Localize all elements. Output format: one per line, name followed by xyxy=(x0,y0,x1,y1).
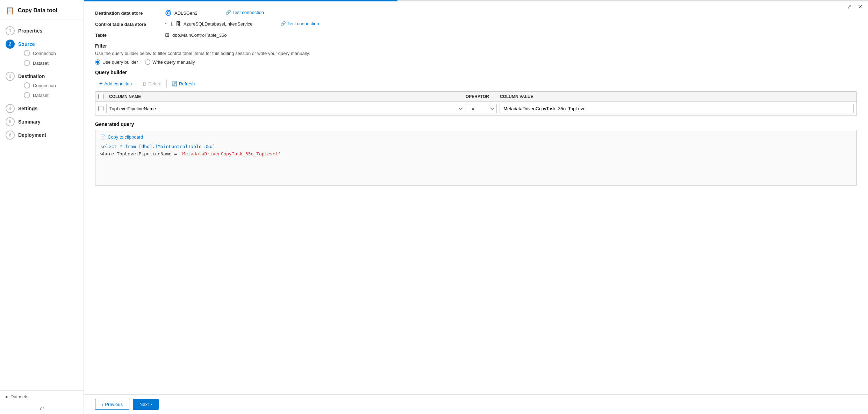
sub-circle-conn-dest xyxy=(24,82,30,89)
radio-use-query-builder[interactable]: Use query builder xyxy=(95,59,138,65)
close-button[interactable]: ✕ xyxy=(856,3,864,11)
add-condition-button[interactable]: + Add condition xyxy=(95,79,136,89)
next-arrow-icon: › xyxy=(151,402,152,407)
toolbar-divider-2 xyxy=(166,80,167,87)
step-1-circle: 1 xyxy=(6,26,15,35)
expand-button[interactable]: ⤢ xyxy=(846,3,853,11)
control-table-value: * ℹ 🗄 AzureSQLDatabaseLinkedService xyxy=(165,21,252,27)
step-6-circle: 6 xyxy=(6,131,15,140)
query-builder-table: COLUMN NAME OPERATOR COLUMN VALUE TopLev… xyxy=(95,91,857,116)
link-icon-2: 🔗 xyxy=(280,21,286,26)
sidebar-title: Copy Data tool xyxy=(18,7,57,14)
datasets-label: Datasets xyxy=(10,394,28,399)
refresh-icon: 🔄 xyxy=(172,81,177,86)
copy-clipboard-button[interactable]: 📄 Copy to clipboard xyxy=(100,134,143,140)
col-op-header: OPERATOR xyxy=(466,94,497,99)
copy-data-icon: 📋 xyxy=(6,6,14,15)
sub-circle-connection xyxy=(24,50,30,56)
add-icon: + xyxy=(99,80,102,87)
qb-toolbar: + Add condition 🗑 Delete 🔄 Refresh xyxy=(95,79,857,89)
step-5-circle: 5 xyxy=(6,117,15,126)
table-label: Table xyxy=(95,32,165,38)
filter-section: Filter Use the query builder below to fi… xyxy=(95,43,857,65)
step-2-circle: 2 xyxy=(6,40,15,49)
sub-step-connection-dest[interactable]: Connection xyxy=(24,81,56,90)
step-3-label: Destination xyxy=(18,73,45,79)
qb-table-row: TopLevelPipelineName = xyxy=(95,101,856,115)
next-button[interactable]: Next › xyxy=(133,399,159,410)
column-value-input[interactable] xyxy=(500,104,854,113)
delete-button[interactable]: 🗑 Delete xyxy=(138,79,166,88)
radio-query-builder-input[interactable] xyxy=(95,59,100,65)
step-1-label: Properties xyxy=(18,28,42,34)
control-table-label: Control table data store xyxy=(95,21,165,27)
step-4-label: Settings xyxy=(18,106,37,111)
col-name-header: COLUMN NAME xyxy=(109,94,463,99)
sql-value: AzureSQLDatabaseLinkedService xyxy=(184,21,252,27)
main-content: Destination data store 🌀 ADLSGen2 🔗 Test… xyxy=(84,1,868,394)
source-sub-steps: Connection Dataset xyxy=(6,49,56,68)
radio-write-manually-input[interactable] xyxy=(145,59,150,65)
sub-circle-dataset xyxy=(24,60,30,66)
test-connection-2[interactable]: 🔗 Test connection xyxy=(280,21,319,26)
step-4-circle: 4 xyxy=(6,104,15,113)
sidebar-datasets[interactable]: ▶ Datasets xyxy=(0,390,84,403)
generated-query-box: 📄 Copy to clipboard select * from [dbo].… xyxy=(95,130,857,186)
filter-title: Filter xyxy=(95,43,857,49)
datasets-count: 77 xyxy=(0,403,84,414)
sub-step-connection-source[interactable]: Connection xyxy=(24,49,56,58)
info-icon: ℹ xyxy=(171,21,173,27)
next-label: Next xyxy=(139,402,149,407)
copy-clipboard-label: Copy to clipboard xyxy=(108,134,143,140)
destination-data-store-row: Destination data store 🌀 ADLSGen2 🔗 Test… xyxy=(95,10,857,16)
operator-select[interactable]: = xyxy=(469,104,497,113)
sidebar-item-properties[interactable]: 1 Properties xyxy=(0,24,84,37)
step-5-label: Summary xyxy=(18,119,41,125)
toolbar-divider-1 xyxy=(137,80,137,87)
sidebar: 📋 Copy Data tool 1 Properties 2 Source C… xyxy=(0,0,84,414)
row-checkbox[interactable] xyxy=(98,106,103,111)
refresh-button[interactable]: 🔄 Refresh xyxy=(167,79,199,88)
required-star: * xyxy=(165,21,167,27)
sidebar-nav: 1 Properties 2 Source Connection Dataset xyxy=(0,20,84,390)
qb-table-header: COLUMN NAME OPERATOR COLUMN VALUE xyxy=(95,92,856,101)
trash-icon: 🗑 xyxy=(142,81,146,86)
main-panel: ⤢ ✕ Destination data store 🌀 ADLSGen2 🔗 … xyxy=(84,0,868,414)
sub-step-dataset-dest[interactable]: Dataset xyxy=(24,91,56,100)
sidebar-item-source[interactable]: 2 Source Connection Dataset xyxy=(0,37,84,70)
generated-query-section: Generated query 📄 Copy to clipboard sele… xyxy=(95,121,857,186)
step-2-label: Source xyxy=(18,41,35,47)
table-value: ⊞ dbo.MainControlTable_35o xyxy=(165,32,227,38)
previous-button[interactable]: ‹ Previous xyxy=(95,399,129,410)
query-line2-red: 'MetadataDrivenCopyTask_35o_TopLevel' xyxy=(180,151,281,156)
previous-label: Previous xyxy=(105,402,123,407)
query-line-2: where TopLevelPipelineName = 'MetadataDr… xyxy=(100,150,852,158)
col-val-header: COLUMN VALUE xyxy=(500,94,854,99)
sidebar-item-settings[interactable]: 4 Settings xyxy=(0,102,84,115)
control-table-row: Control table data store * ℹ 🗄 AzureSQLD… xyxy=(95,21,857,27)
column-name-select[interactable]: TopLevelPipelineName xyxy=(106,104,466,113)
header-checkbox[interactable] xyxy=(98,94,103,99)
filter-description: Use the query builder below to filter co… xyxy=(95,51,857,56)
sub-label-dataset-dest: Dataset xyxy=(33,93,49,98)
sub-label-dataset: Dataset xyxy=(33,61,49,66)
query-builder-title: Query builder xyxy=(95,70,857,75)
destination-data-store-label: Destination data store xyxy=(95,10,165,16)
window-controls: ⤢ ✕ xyxy=(846,3,864,11)
step-3-circle: 3 xyxy=(6,72,15,81)
step-6-label: Deployment xyxy=(18,132,46,138)
query-line-1: select * from [dbo].[MainControlTable_35… xyxy=(100,143,852,150)
sub-circle-dataset-dest xyxy=(24,92,30,98)
destination-data-store-value: 🌀 ADLSGen2 xyxy=(165,10,198,16)
copy-icon: 📄 xyxy=(100,134,106,140)
sidebar-item-deployment[interactable]: 6 Deployment xyxy=(0,128,84,142)
radio-write-manually[interactable]: Write query manually xyxy=(145,59,195,65)
query-builder-section: Query builder + Add condition 🗑 Delete 🔄… xyxy=(95,70,857,116)
filter-radio-group: Use query builder Write query manually xyxy=(95,59,857,65)
sub-step-dataset-source[interactable]: Dataset xyxy=(24,58,56,68)
query-line1-blue: select * from [dbo].[MainControlTable_35… xyxy=(100,144,215,149)
sql-icon: 🗄 xyxy=(175,21,181,27)
sidebar-item-summary[interactable]: 5 Summary xyxy=(0,115,84,128)
test-connection-1[interactable]: 🔗 Test connection xyxy=(225,10,264,15)
sidebar-item-destination[interactable]: 3 Destination Connection Dataset xyxy=(0,70,84,102)
